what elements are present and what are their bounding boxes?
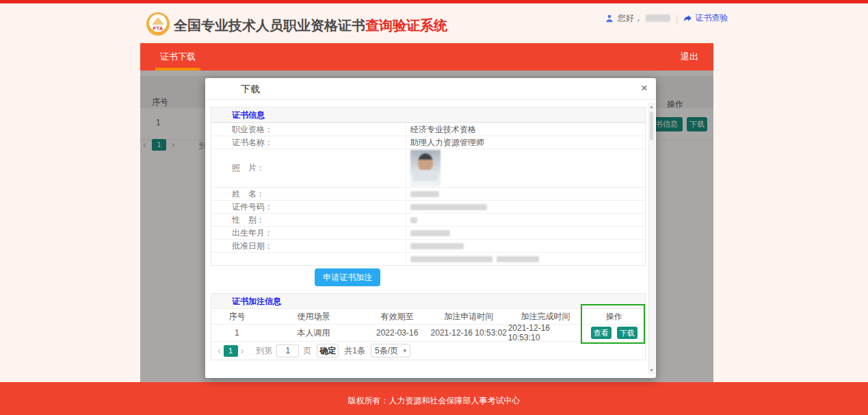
- user-area: 您好， | 证书查验: [605, 12, 728, 24]
- row-value: 助理人力资源管理师: [406, 136, 645, 149]
- current-page[interactable]: 1: [224, 345, 238, 357]
- dialog-header: 下载 ×: [205, 78, 656, 100]
- top-accent-bar: [0, 0, 868, 3]
- certificate-photo: [410, 150, 440, 187]
- col-scene: 使用场景: [263, 309, 365, 324]
- row-value: [406, 201, 645, 213]
- tab-cert-download[interactable]: 证书下载: [155, 43, 200, 71]
- col-action: 操作: [583, 309, 645, 324]
- logo-peak-shape: [152, 17, 164, 25]
- download-annotation-button[interactable]: 下载: [617, 327, 637, 339]
- chevron-down-icon: ▾: [404, 347, 407, 354]
- cell-apply-time: 2021-12-16 10:53:02: [430, 325, 508, 341]
- info-row-id-number: 证件号码：: [211, 200, 645, 213]
- info-row-cert-name: 证书名称： 助理人力资源管理师: [211, 136, 645, 149]
- row-label: 照 片：: [211, 149, 406, 187]
- page-title-main: 全国专业技术人员职业资格证书: [174, 18, 365, 33]
- page-title-accent: 查询验证系统: [365, 18, 447, 33]
- annotation-section-title: 证书加注信息: [211, 294, 645, 309]
- cert-verify-label: 证书查验: [695, 12, 728, 24]
- row-label: 批准日期：: [211, 240, 406, 252]
- annotation-table-header: 序号 使用场景 有效期至 加注申请时间 加注完成时间 操作: [211, 309, 645, 325]
- info-row-qualification: 职业资格： 经济专业技术资格: [211, 123, 645, 136]
- info-row-gender: 性 别：: [211, 213, 645, 226]
- cell-valid-until: 2022-03-16: [365, 325, 430, 341]
- row-value: 经济专业技术资格: [406, 123, 645, 136]
- user-icon: [605, 14, 614, 23]
- prev-page-icon[interactable]: ‹: [218, 345, 221, 357]
- photo-head-shape: [418, 153, 433, 172]
- page-unit-label: 页: [303, 345, 311, 357]
- birth-date-redacted: [410, 230, 450, 236]
- row-label: 出生年月：: [211, 227, 406, 239]
- next-page-icon[interactable]: ›: [241, 345, 244, 357]
- row-value: [406, 227, 645, 239]
- scroll-up-icon[interactable]: ▲: [649, 104, 654, 109]
- row-label: [211, 253, 406, 265]
- authority-redacted-2: [497, 256, 539, 262]
- id-number-redacted: [410, 204, 487, 210]
- logout-button[interactable]: 退出: [681, 43, 698, 71]
- footer: 版权所有：人力资源和社会保障部人事考试中心: [0, 382, 868, 415]
- download-dialog: 下载 × ▲ ▼ 证书信息 职业资格： 经济专业技术资格 证书名称： 助理人力资…: [205, 78, 656, 378]
- row-value: [406, 149, 645, 187]
- col-complete-time: 加注完成时间: [508, 309, 583, 324]
- row-value: [406, 214, 645, 226]
- dialog-title: 下载: [241, 78, 260, 100]
- apply-annotation-button[interactable]: 申请证书加注: [315, 268, 380, 286]
- greeting-label: 您好，: [618, 12, 642, 24]
- cell-complete-time: 2021-12-16 10:53:10: [508, 325, 583, 341]
- separator: |: [676, 14, 678, 23]
- share-arrow-icon: [683, 14, 692, 23]
- cell-scene: 本人调用: [263, 325, 365, 341]
- row-label: 性 别：: [211, 214, 406, 226]
- logo-text: PTA: [146, 26, 170, 31]
- gender-redacted: [410, 217, 417, 223]
- cert-info-section: 证书信息 职业资格： 经济专业技术资格 证书名称： 助理人力资源管理师 照 片：…: [211, 107, 646, 266]
- jump-to-label: 到第: [256, 345, 272, 357]
- row-value: [406, 253, 645, 265]
- row-value: [406, 240, 645, 252]
- page-jump-input[interactable]: [276, 344, 299, 357]
- photo-shoulders-shape: [413, 170, 438, 181]
- approve-date-redacted: [410, 243, 464, 249]
- annotation-table-row: 1 本人调用 2022-03-16 2021-12-16 10:53:02 20…: [211, 325, 645, 342]
- total-count-label: 共1条: [344, 345, 365, 357]
- annotation-pagination: ‹ 1 › 到第 页 确定 共1条 5条/页 ▾: [211, 342, 645, 360]
- view-button[interactable]: 查看: [591, 327, 611, 339]
- annotation-section: 证书加注信息 序号 使用场景 有效期至 加注申请时间 加注完成时间 操作 1 本…: [211, 293, 646, 360]
- site-logo: PTA: [146, 12, 170, 36]
- cell-actions: 查看 下载: [583, 325, 645, 341]
- cert-verify-link[interactable]: 证书查验: [683, 12, 728, 24]
- info-row-authority: [211, 252, 645, 265]
- close-icon[interactable]: ×: [641, 81, 648, 95]
- col-apply-time: 加注申请时间: [430, 309, 508, 324]
- cert-info-section-title: 证书信息: [211, 108, 645, 123]
- info-row-name: 姓 名：: [211, 187, 645, 200]
- col-valid-until: 有效期至: [365, 309, 430, 324]
- col-index: 序号: [211, 309, 263, 324]
- scroll-down-icon[interactable]: ▼: [649, 368, 654, 373]
- info-row-approve-date: 批准日期：: [211, 239, 645, 252]
- page-size-select[interactable]: 5条/页 ▾: [371, 344, 410, 357]
- row-value: [406, 188, 645, 200]
- nav-bar: 证书下载 退出: [140, 43, 713, 71]
- name-redacted: [410, 191, 439, 197]
- authority-redacted: [410, 256, 492, 262]
- info-row-photo: 照 片：: [211, 149, 645, 187]
- page-size-value: 5条/页: [375, 345, 398, 357]
- row-label: 姓 名：: [211, 188, 406, 200]
- confirm-button[interactable]: 确定: [317, 344, 339, 357]
- scrollbar-thumb[interactable]: [650, 112, 653, 140]
- row-label: 职业资格：: [211, 123, 406, 136]
- cell-index: 1: [211, 325, 263, 341]
- page-title: 全国专业技术人员职业资格证书查询验证系统: [174, 16, 447, 35]
- dialog-scrollbar[interactable]: ▲ ▼: [648, 103, 655, 374]
- copyright-text: 版权所有：人力资源和社会保障部人事考试中心: [348, 395, 521, 415]
- row-label: 证件号码：: [211, 201, 406, 213]
- row-label: 证书名称：: [211, 136, 406, 149]
- username-redacted: [646, 14, 670, 22]
- info-row-birth: 出生年月：: [211, 226, 645, 239]
